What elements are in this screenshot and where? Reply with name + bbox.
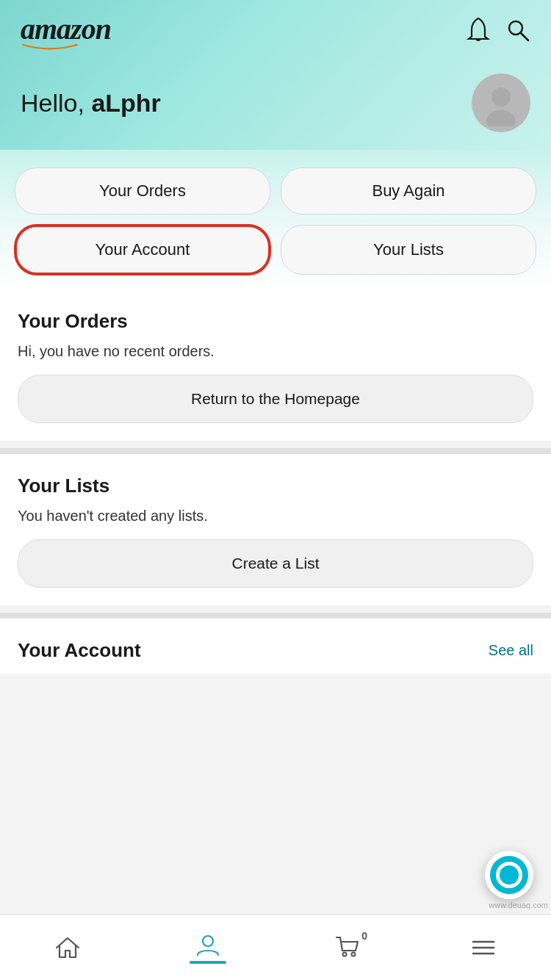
svg-point-3 <box>491 87 511 107</box>
buy-again-btn[interactable]: Buy Again <box>281 167 536 215</box>
orders-section-title: Your Orders <box>18 310 533 333</box>
cart-badge: 0 <box>361 930 367 942</box>
bell-icon[interactable] <box>466 17 491 49</box>
bottom-nav: 0 <box>0 914 551 980</box>
section-divider-1 <box>0 448 551 454</box>
account-section-header: Your Account See all <box>0 619 551 674</box>
lists-section: Your Lists You haven't created any lists… <box>0 454 551 605</box>
hello-text: Hello, aLphr <box>21 89 161 118</box>
nav-account[interactable] <box>175 926 241 970</box>
alexa-ring-icon <box>496 862 522 888</box>
amazon-logo: amazon <box>21 15 111 51</box>
avatar[interactable] <box>472 73 530 132</box>
svg-point-7 <box>352 952 356 956</box>
quick-nav: Your Orders Buy Again Your Account Your … <box>0 150 551 289</box>
svg-point-4 <box>486 110 516 126</box>
alexa-fab-button[interactable] <box>485 851 533 899</box>
nav-cart[interactable]: 0 <box>320 929 376 967</box>
section-divider-2 <box>0 613 551 619</box>
hello-row: Hello, aLphr <box>21 73 530 132</box>
your-orders-btn[interactable]: Your Orders <box>15 167 270 215</box>
account-section-title: Your Account <box>18 639 141 662</box>
alexa-inner <box>490 856 528 894</box>
active-tab-indicator <box>190 961 226 964</box>
create-list-btn[interactable]: Create a List <box>18 539 533 588</box>
username: aLphr <box>91 89 160 117</box>
home-icon <box>54 934 81 961</box>
nav-menu[interactable] <box>455 929 511 967</box>
amazon-smile-icon <box>21 41 79 51</box>
lists-section-subtitle: You haven't created any lists. <box>18 508 533 525</box>
lists-section-title: Your Lists <box>18 475 533 497</box>
your-account-btn[interactable]: Your Account <box>15 225 270 275</box>
your-lists-btn[interactable]: Your Lists <box>281 225 536 275</box>
menu-icon <box>470 934 497 961</box>
svg-point-6 <box>343 952 347 956</box>
svg-point-5 <box>203 936 213 946</box>
amazon-logo-text: amazon <box>21 15 111 44</box>
nav-home[interactable] <box>40 929 96 967</box>
header: amazon Hello, aLphr <box>0 0 551 150</box>
search-icon[interactable] <box>505 18 530 48</box>
quick-nav-grid: Your Orders Buy Again Your Account Your … <box>15 167 536 275</box>
watermark: www.deuaq.com <box>489 901 548 909</box>
account-icon <box>195 932 221 958</box>
cart-icon <box>335 934 361 961</box>
see-all-link[interactable]: See all <box>489 642 533 659</box>
header-top-row: amazon <box>21 15 530 51</box>
return-homepage-btn[interactable]: Return to the Homepage <box>18 375 533 423</box>
orders-section-subtitle: Hi, you have no recent orders. <box>18 343 533 360</box>
header-icons <box>466 17 530 49</box>
hello-prefix: Hello, <box>21 89 91 117</box>
orders-section: Your Orders Hi, you have no recent order… <box>0 289 551 441</box>
svg-line-2 <box>521 33 528 40</box>
